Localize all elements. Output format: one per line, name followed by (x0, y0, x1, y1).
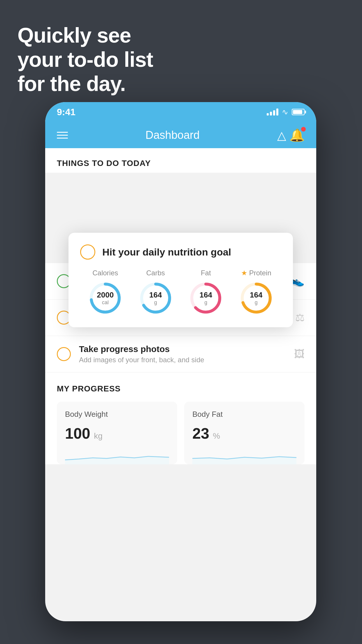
nav-title: Dashboard (145, 129, 200, 141)
headline-line2: your to-do list (17, 48, 153, 72)
progress-title: MY PROGRESS (57, 384, 305, 393)
photos-subtitle: Add images of your front, back, and side (79, 356, 294, 364)
nutrition-row: Calories 2000 cal Carbs (80, 269, 281, 316)
nutrition-circle-button[interactable] (80, 244, 95, 260)
body-weight-card-title: Body Weight (65, 410, 169, 419)
wifi-icon: ∿ (282, 108, 288, 117)
star-icon: ★ (241, 269, 247, 277)
protein-unit: g (250, 300, 262, 306)
headline: Quickly see your to-do list for the day. (17, 23, 153, 96)
photos-circle (57, 347, 71, 361)
protein-donut: 164 g (239, 281, 274, 316)
protein-item: ★ Protein 164 g (239, 269, 274, 316)
phone-mockup: 9:41 ∿ Dashboard △ 🔔 THINGS (45, 102, 316, 621)
todo-item-photos[interactable]: Take progress photos Add images of your … (45, 336, 316, 372)
carbs-item: Carbs 164 g (138, 269, 173, 316)
nav-bar: Dashboard △ 🔔 (45, 122, 316, 148)
progress-section: MY PROGRESS Body Weight 100 kg Body Fat (45, 372, 316, 464)
calories-unit: cal (97, 300, 114, 306)
status-time: 9:41 (57, 107, 75, 118)
calories-label: Calories (92, 269, 118, 277)
status-icons: ∿ (267, 108, 305, 117)
fat-label: Fat (201, 269, 211, 277)
headline-line1: Quickly see (17, 23, 153, 48)
signal-icon (267, 108, 278, 116)
bell-icon[interactable]: △ 🔔 (277, 128, 305, 142)
protein-label: ★ Protein (241, 269, 271, 277)
protein-value: 164 (250, 290, 262, 300)
running-shoe-icon: 👟 (291, 275, 305, 287)
carbs-donut: 164 g (138, 281, 173, 316)
body-fat-card-title: Body Fat (192, 410, 296, 419)
calories-donut: 2000 cal (88, 281, 123, 316)
fat-item: Fat 164 g (188, 269, 223, 316)
carbs-value: 164 (149, 290, 162, 300)
things-to-do-header: THINGS TO DO TODAY (45, 148, 316, 173)
progress-cards: Body Weight 100 kg Body Fat 23 % (57, 402, 305, 464)
photos-title: Take progress photos (79, 344, 294, 354)
carbs-label: Carbs (146, 269, 165, 277)
calories-item: Calories 2000 cal (88, 269, 123, 316)
fat-unit: g (200, 300, 212, 306)
carbs-unit: g (149, 300, 162, 306)
hamburger-menu-icon[interactable] (57, 132, 68, 139)
fat-donut: 164 g (188, 281, 223, 316)
body-fat-card[interactable]: Body Fat 23 % (184, 402, 305, 464)
nutrition-card-title: Hit your daily nutrition goal (102, 246, 231, 258)
calories-value: 2000 (97, 290, 114, 300)
status-bar: 9:41 ∿ (45, 102, 316, 122)
battery-icon (292, 109, 305, 115)
body-fat-value: 23 (192, 425, 209, 442)
fat-value: 164 (200, 290, 212, 300)
scale-icon: ⚖ (295, 312, 305, 324)
body-fat-unit: % (213, 431, 220, 440)
headline-line3: for the day. (17, 72, 153, 96)
body-weight-unit: kg (94, 431, 103, 440)
body-weight-value: 100 (65, 425, 90, 442)
body-weight-chart (65, 447, 169, 464)
nutrition-card: Hit your daily nutrition goal Calories 2… (68, 233, 293, 327)
body-weight-card[interactable]: Body Weight 100 kg (57, 402, 177, 464)
body-fat-chart (192, 447, 296, 464)
photo-icon: 🖼 (294, 348, 305, 360)
